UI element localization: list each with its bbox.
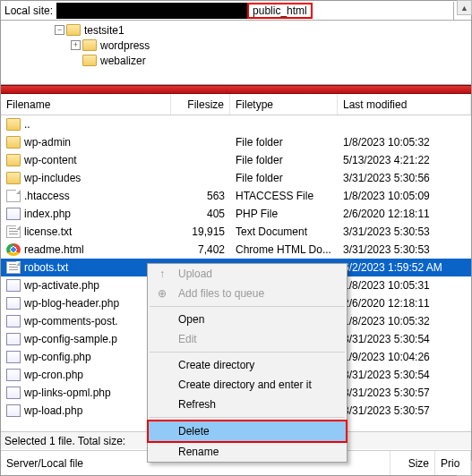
file-row[interactable]: readme.html7,402Chrome HTML Do...3/31/20… (1, 241, 471, 259)
folder-icon (66, 24, 81, 36)
folder-icon (6, 154, 21, 166)
tree-item[interactable]: webalizer (1, 53, 471, 68)
file-name: wp-includes (24, 172, 81, 184)
file-name: wp-admin (24, 136, 71, 149)
menu-add-queue[interactable]: ⊕ Add files to queue (148, 284, 347, 303)
file-type: File folder (230, 172, 338, 184)
menu-upload[interactable]: ↑ Upload (148, 264, 347, 284)
file-size: 7,402 (171, 243, 230, 256)
php-icon (6, 404, 21, 417)
file-name: license.txt (24, 225, 72, 238)
file-modified: 3/31/2023 5:30:57 (338, 404, 471, 417)
file-type: File folder (230, 154, 338, 166)
file-modified: 5/13/2023 4:21:22 (338, 154, 471, 166)
php-icon (6, 351, 21, 363)
tree-label: wordpress (99, 39, 150, 52)
file-list-header: Filename Filesize Filetype Last modified (1, 94, 471, 115)
file-name: index.php (24, 208, 71, 220)
txt-icon (6, 225, 21, 238)
menu-create-dir-enter[interactable]: Create directory and enter it (148, 375, 347, 395)
folder-tree[interactable]: − testsite1 + wordpress webalizer ▲ ▼ (1, 21, 471, 85)
tree-item[interactable]: − testsite1 (1, 22, 471, 38)
file-row[interactable]: wp-adminFile folder1/8/2023 10:05:32 (1, 133, 471, 151)
file-name: wp-cron.php (24, 369, 83, 381)
file-modified: 3/31/2023 5:30:53 (338, 243, 471, 256)
path-public-html: public_html (247, 3, 313, 19)
col-size[interactable]: Size (390, 451, 435, 475)
menu-open[interactable]: Open (148, 310, 347, 329)
file-name: robots.txt (24, 261, 68, 274)
file-name: wp-blog-header.php (24, 297, 119, 310)
file-type: Chrome HTML Do... (230, 243, 338, 256)
menu-rename[interactable]: Rename (148, 442, 347, 462)
file-modified: 1/8/2023 10:05:09 (338, 190, 471, 202)
file-type: File folder (230, 136, 338, 149)
file-modified: 3/31/2023 5:30:54 (338, 333, 471, 345)
col-filename[interactable]: Filename (1, 94, 171, 115)
status-text: Selected 1 file. Total size: (4, 435, 125, 447)
file-size: 405 (171, 208, 230, 220)
folder-icon (6, 172, 21, 184)
menu-create-dir[interactable]: Create directory (148, 355, 347, 375)
col-filesize[interactable]: Filesize (171, 94, 230, 115)
file-type: PHP File (230, 208, 338, 220)
file-row[interactable]: wp-includesFile folder3/31/2023 5:30:56 (1, 169, 471, 187)
file-size: 563 (171, 190, 230, 202)
tree-item[interactable]: + wordpress (1, 38, 471, 53)
file-name: wp-config-sample.p (24, 333, 117, 345)
no-expander (71, 55, 81, 65)
local-site-bar: Local site: public_html (1, 1, 471, 21)
file-name: wp-activate.php (24, 279, 99, 292)
file-row[interactable]: wp-contentFile folder5/13/2023 4:21:22 (1, 151, 471, 169)
menu-delete[interactable]: Delete (147, 420, 348, 443)
menu-separator (150, 417, 345, 418)
file-modified: 1/8/2023 10:05:31 (338, 279, 471, 292)
php-icon (6, 333, 21, 345)
folder-icon (6, 136, 21, 149)
divider-bar (1, 85, 471, 94)
file-modified: 3/31/2023 5:30:54 (338, 369, 471, 381)
php-icon (6, 315, 21, 327)
file-modified: 2/6/2020 12:18:11 (338, 297, 471, 310)
file-modified: 3/31/2023 5:30:53 (338, 225, 471, 238)
col-lastmod[interactable]: Last modified (338, 94, 471, 115)
path-redacted (56, 3, 249, 19)
file-row[interactable]: .. (1, 115, 471, 133)
file-name: .. (24, 118, 30, 131)
collapse-icon[interactable]: − (55, 25, 64, 35)
folder-icon (82, 55, 97, 66)
file-name: wp-comments-post. (24, 315, 118, 327)
file-modified: 1/8/2023 10:05:32 (338, 315, 471, 327)
file-modified: 6/2/2023 1:59:52 AM (338, 261, 471, 274)
menu-refresh[interactable]: Refresh (148, 395, 347, 414)
col-filetype[interactable]: Filetype (230, 94, 338, 115)
upload-icon: ↑ (155, 267, 169, 281)
menu-separator (150, 352, 345, 353)
queue-icon: ⊕ (155, 286, 169, 301)
file-name: .htaccess (24, 190, 70, 202)
folder-icon (6, 118, 21, 131)
php-icon (6, 279, 21, 292)
file-name: wp-links-opml.php (24, 387, 111, 399)
php-icon (6, 208, 21, 220)
file-type: Text Document (230, 225, 338, 238)
expand-icon[interactable]: + (71, 40, 81, 50)
file-name: readme.html (24, 243, 84, 256)
file-row[interactable]: .htaccess563HTACCESS File1/8/2023 10:05:… (1, 187, 471, 205)
tree-label: webalizer (99, 55, 146, 67)
file-modified: 2/6/2020 12:18:11 (338, 208, 471, 220)
php-icon (6, 387, 21, 399)
file-name: wp-config.php (24, 351, 91, 363)
folder-icon (82, 39, 97, 51)
file-modified: 3/31/2023 5:30:57 (338, 387, 471, 399)
menu-separator (150, 306, 345, 307)
file-modified: 1/8/2023 10:05:32 (338, 136, 471, 149)
col-prio[interactable]: Prio (435, 451, 471, 475)
chrome-icon (6, 243, 21, 256)
file-row[interactable]: index.php405PHP File2/6/2020 12:18:11 (1, 205, 471, 223)
file-row[interactable]: license.txt19,915Text Document3/31/2023 … (1, 223, 471, 241)
file-size: 19,915 (171, 225, 230, 238)
menu-edit[interactable]: Edit (148, 329, 347, 349)
file-name: wp-load.php (24, 404, 82, 417)
php-icon (6, 297, 21, 310)
